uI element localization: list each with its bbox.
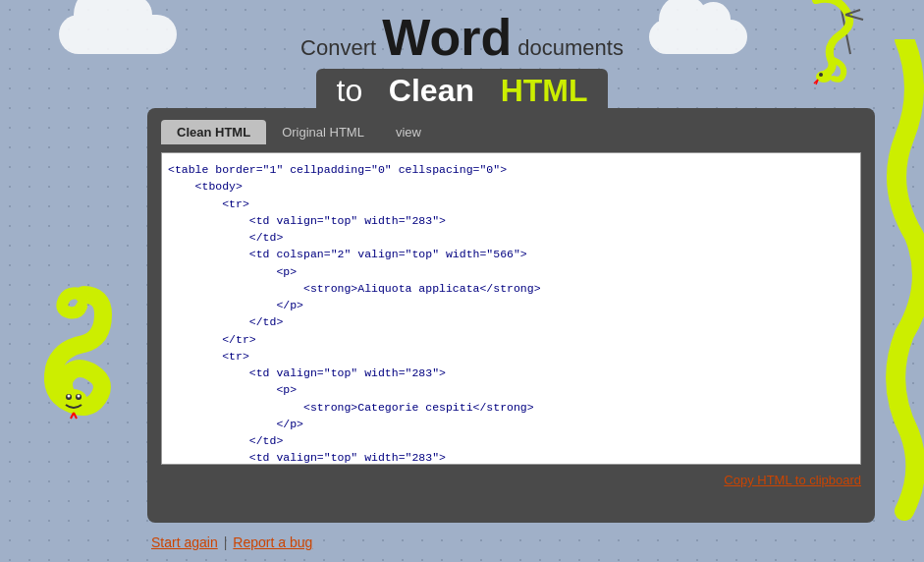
main-panel: Clean HTML Original HTML view <table bor… <box>147 108 875 523</box>
clean-text: Clean <box>389 73 474 108</box>
convert-prefix: Convert <box>300 35 382 60</box>
code-content: <table border="1" cellpadding="0" cellsp… <box>168 161 854 464</box>
word-text: Word <box>382 9 512 66</box>
header-line1: Convert Word documents <box>0 8 924 67</box>
tab-view[interactable]: view <box>380 120 437 144</box>
bottom-bar: Start again | Report a bug <box>147 523 875 562</box>
tabs-container: Clean HTML Original HTML view <box>161 120 861 144</box>
svg-point-10 <box>68 395 71 398</box>
bottom-left-links: Start again | Report a bug <box>151 534 312 550</box>
tab-original-html[interactable]: Original HTML <box>266 120 380 144</box>
report-bug-link[interactable]: Report a bug <box>233 534 312 550</box>
html-text: HTML <box>501 73 588 108</box>
svg-point-7 <box>60 389 87 413</box>
code-scroll-area[interactable]: <table border="1" cellpadding="0" cellsp… <box>162 153 860 464</box>
tab-clean-html[interactable]: Clean HTML <box>161 120 266 144</box>
to-text: to <box>336 73 362 108</box>
left-snake-illustration <box>15 285 133 442</box>
copy-html-link[interactable]: Copy HTML to clipboard <box>724 473 861 487</box>
separator: | <box>224 534 228 550</box>
start-again-link[interactable]: Start again <box>151 534 218 550</box>
code-container: <table border="1" cellpadding="0" cellsp… <box>161 152 861 465</box>
documents-suffix: documents <box>512 35 624 60</box>
svg-point-11 <box>78 395 81 398</box>
header: Convert Word documents to Clean HTML <box>0 0 924 115</box>
